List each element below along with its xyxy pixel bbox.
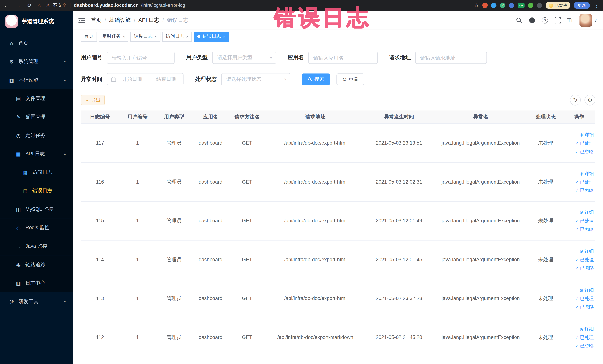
- tab-scheduled-jobs[interactable]: 定时任务 ×: [99, 31, 129, 41]
- github-icon[interactable]: [529, 17, 535, 23]
- sidebar-item-api-log[interactable]: ▣ API 日志 ∧: [0, 145, 73, 163]
- tab-error-log[interactable]: 错误日志 ×: [194, 31, 229, 41]
- home-icon[interactable]: ⌂: [38, 0, 41, 11]
- cell-user-type: 管理员: [156, 256, 192, 263]
- mark-ignored-link[interactable]: ✓已忽略: [575, 304, 594, 310]
- mark-ignored-link[interactable]: ✓已忽略: [575, 187, 594, 194]
- browser-menu-icon[interactable]: ⋮: [594, 2, 599, 8]
- tab-home[interactable]: 首页: [81, 31, 97, 41]
- back-icon[interactable]: ←: [4, 0, 9, 11]
- cell-exception-time: 2021-05-03 23:13:51: [365, 140, 433, 147]
- app-logo[interactable]: 芋道管理系统: [0, 11, 73, 32]
- cell-app-name: dashboard: [192, 140, 229, 147]
- sidebar-item-system-management[interactable]: ⚙ 系统管理 ∨: [0, 52, 73, 71]
- export-button[interactable]: 导出: [81, 95, 105, 105]
- mark-processed-link[interactable]: ✓已处理: [575, 140, 594, 146]
- sidebar-collapse-icon[interactable]: [78, 17, 85, 23]
- process-status-select[interactable]: 请选择处理状态 ∨: [221, 73, 290, 85]
- sidebar-item-mysql-monitor[interactable]: ◫ MySQL 监控: [0, 200, 73, 219]
- breadcrumb-infrastructure[interactable]: 基础设施: [109, 17, 131, 23]
- request-url-input[interactable]: [415, 52, 487, 64]
- breadcrumb-api-log[interactable]: API 日志: [138, 17, 159, 23]
- extension-icon[interactable]: [509, 3, 514, 8]
- detail-link[interactable]: ◉详细: [580, 209, 594, 216]
- detail-link[interactable]: ◉详细: [580, 170, 594, 177]
- date-start-input[interactable]: 开始日期: [119, 76, 145, 83]
- reset-button[interactable]: ↻ 重置: [337, 73, 364, 85]
- extension-icon[interactable]: [491, 3, 496, 8]
- sidebar-item-infrastructure[interactable]: ▦ 基础设施 ∧: [0, 71, 73, 89]
- help-icon[interactable]: ?: [542, 17, 548, 23]
- sidebar-item-home[interactable]: ⌂ 首页: [0, 34, 73, 52]
- sidebar-item-redis-monitor[interactable]: ◇ Redis 监控: [0, 218, 73, 237]
- omnibox-divider: |: [70, 3, 71, 8]
- sidebar-item-error-log[interactable]: ▧ 错误日志: [0, 182, 73, 200]
- detail-link[interactable]: ◉详细: [580, 325, 594, 332]
- tab-access-log[interactable]: 访问日志 ×: [162, 31, 192, 41]
- date-range-picker[interactable]: 开始日期 - 结束日期: [107, 73, 184, 85]
- date-end-input[interactable]: 结束日期: [153, 76, 179, 83]
- font-size-icon[interactable]: TT: [567, 17, 573, 23]
- extension-icon[interactable]: V: [500, 3, 505, 8]
- avatar: [580, 14, 592, 26]
- mark-processed-link[interactable]: ✓已处理: [575, 178, 594, 186]
- mark-processed-link[interactable]: ✓已处理: [575, 334, 594, 341]
- cell-exception-time: 2021-05-03 12:01:49: [365, 217, 433, 224]
- detail-link[interactable]: ◉详细: [580, 287, 594, 294]
- paused-badge[interactable]: 已暂停: [546, 2, 570, 9]
- sidebar-item-java-monitor[interactable]: ☕ Java 监控: [0, 237, 73, 256]
- cell-actions: ◉详细 ✓已处理 ✓已忽略: [563, 170, 595, 194]
- mark-processed-link[interactable]: ✓已处理: [575, 295, 594, 302]
- close-icon[interactable]: ×: [223, 34, 225, 39]
- breadcrumb-home[interactable]: 首页: [91, 17, 102, 23]
- extension-on-badge[interactable]: on: [518, 3, 524, 8]
- reload-icon[interactable]: ↻: [27, 0, 31, 11]
- sidebar-item-scheduled-jobs[interactable]: ◷ 定时任务: [0, 126, 73, 145]
- mark-ignored-link[interactable]: ✓已忽略: [575, 148, 594, 155]
- sidebar-item-config-management[interactable]: ✎ 配置管理: [0, 108, 73, 126]
- screenshot-root: ← → ↻ ⌂ ⚠ 不安全 | dashboard.yudao.iocoder.…: [0, 0, 603, 364]
- table-row: 114 1 管理员 dashboard GET /api/infra/db-do…: [81, 240, 595, 280]
- user-menu[interactable]: ∨: [580, 14, 597, 26]
- user-type-select[interactable]: 请选择用户类型 ∨: [212, 52, 276, 64]
- search-icon: [308, 77, 312, 82]
- mark-ignored-link[interactable]: ✓已忽略: [575, 265, 594, 271]
- refresh-button[interactable]: ↻: [570, 94, 581, 105]
- mark-processed-link[interactable]: ✓已处理: [575, 217, 594, 224]
- column-settings-button[interactable]: ⚙: [584, 94, 595, 105]
- mark-processed-link[interactable]: ✓已处理: [575, 256, 594, 263]
- home-icon: ⌂: [9, 40, 15, 46]
- close-icon[interactable]: ×: [123, 34, 125, 39]
- extension-icon[interactable]: [528, 3, 533, 8]
- sidebar-item-log-center[interactable]: ▥ 日志中心: [0, 274, 73, 293]
- mark-ignored-link[interactable]: ✓已忽略: [575, 226, 594, 233]
- extension-puzzle-icon[interactable]: [537, 3, 542, 8]
- java-icon: ☕: [15, 243, 22, 249]
- mark-ignored-link[interactable]: ✓已忽略: [575, 342, 594, 349]
- sidebar-item-file-management[interactable]: ▤ 文件管理: [0, 89, 73, 108]
- browser-update-button[interactable]: 更新: [574, 2, 590, 9]
- forward-icon[interactable]: →: [15, 0, 21, 11]
- detail-link[interactable]: ◉详细: [580, 248, 594, 255]
- cell-actions: ◉详细 ✓已处理 ✓已忽略: [563, 287, 595, 311]
- cell-request-url: /api/infra/db-doc/export-html: [265, 295, 365, 302]
- app-name-input[interactable]: [308, 52, 378, 64]
- filter-process-status: 处理状态 请选择处理状态 ∨: [195, 73, 291, 85]
- fullscreen-icon[interactable]: [555, 17, 561, 23]
- user-id-input[interactable]: [107, 52, 175, 64]
- error-log-icon: ▧: [22, 188, 28, 194]
- detail-link[interactable]: ◉详细: [580, 131, 594, 138]
- cell-user-id: 1: [119, 217, 156, 224]
- bookmark-star-icon[interactable]: ☆: [474, 0, 479, 11]
- cell-exception-name: java.lang.IllegalArgumentException: [433, 256, 529, 263]
- sidebar-item-dev-tools[interactable]: ⚒ 研发工具 ∨: [0, 293, 73, 311]
- search-icon[interactable]: [516, 17, 522, 23]
- search-button[interactable]: 搜索: [302, 73, 330, 85]
- close-icon[interactable]: ×: [154, 34, 157, 39]
- close-icon[interactable]: ×: [186, 34, 188, 39]
- extension-icon[interactable]: [482, 3, 488, 8]
- sidebar-item-trace[interactable]: ◉ 链路追踪: [0, 256, 73, 274]
- tab-schedule-log[interactable]: 调度日志 ×: [130, 31, 160, 41]
- sidebar-item-access-log[interactable]: ▨ 访问日志: [0, 163, 73, 182]
- address-bar[interactable]: ⚠ 不安全 | dashboard.yudao.iocoder.cn/infra…: [46, 2, 474, 9]
